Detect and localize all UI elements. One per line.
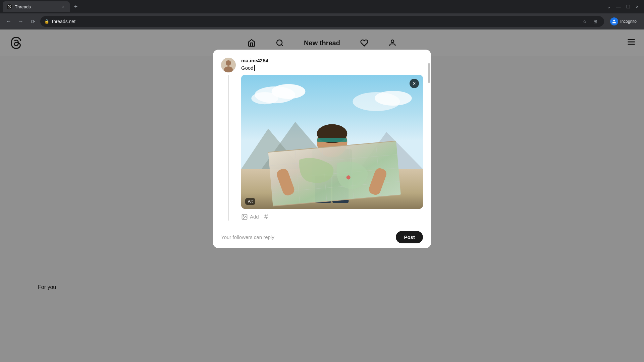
svg-point-16: [251, 92, 278, 104]
composer-actions: Add #: [241, 213, 423, 221]
modal-scroll-area[interactable]: ma.ine4254 Good: [213, 50, 431, 226]
svg-rect-24: [317, 138, 347, 142]
close-button[interactable]: ×: [636, 4, 639, 9]
tab-bar: Threads × + ⌄ — ❐ ×: [0, 0, 644, 13]
browser-chrome: Threads × + ⌄ — ❐ × ← → ⟳ 🔒 threads.net …: [0, 0, 644, 29]
forward-button[interactable]: →: [16, 17, 25, 26]
incognito-label: Incognito: [620, 19, 637, 24]
post-button[interactable]: Post: [396, 231, 423, 243]
tab-title: Threads: [15, 4, 58, 9]
extension-icon[interactable]: ⊞: [591, 17, 600, 26]
close-image-button[interactable]: ×: [410, 79, 419, 88]
incognito-badge: Incognito: [607, 16, 640, 27]
window-controls: ⌄ — ❐ ×: [607, 4, 641, 9]
address-bar-actions: ☆ ⊞: [580, 17, 600, 26]
star-icon[interactable]: ☆: [580, 17, 589, 26]
active-tab[interactable]: Threads ×: [3, 1, 70, 12]
tab-close-btn[interactable]: ×: [60, 4, 66, 9]
thread-composer: ma.ine4254 Good: [221, 58, 423, 221]
username-display: ma.ine4254: [241, 58, 423, 63]
modal-scrollbar[interactable]: [428, 63, 430, 83]
address-bar[interactable]: 🔒 threads.net ☆ ⊞: [40, 16, 604, 27]
svg-point-39: [243, 215, 244, 216]
reload-button[interactable]: ⟳: [28, 17, 38, 26]
attached-image: [241, 75, 423, 209]
new-thread-modal: ma.ine4254 Good: [213, 50, 431, 248]
chevron-down-icon[interactable]: ⌄: [607, 4, 611, 9]
text-cursor: [254, 65, 255, 71]
hashtag-icon: #: [264, 213, 268, 221]
add-label: Add: [250, 214, 259, 220]
add-media-button[interactable]: Add: [241, 214, 259, 220]
svg-point-7: [226, 60, 231, 66]
address-bar-row: ← → ⟳ 🔒 threads.net ☆ ⊞ Incognito: [0, 13, 644, 29]
svg-point-18: [375, 91, 412, 106]
restore-button[interactable]: ❐: [626, 4, 631, 9]
url-display: threads.net: [52, 19, 75, 24]
followers-reply-text[interactable]: Your followers can reply: [221, 234, 274, 240]
back-button[interactable]: ←: [4, 17, 13, 26]
image-container: × Alt: [241, 75, 423, 209]
user-avatar: [221, 58, 236, 72]
alt-badge[interactable]: Alt: [245, 198, 255, 205]
profile-avatar: [610, 17, 618, 25]
modal-overlay: ma.ine4254 Good: [0, 29, 644, 362]
composer-right: ma.ine4254 Good: [241, 58, 423, 221]
thread-text-value: Good: [241, 65, 254, 71]
new-tab-button[interactable]: +: [71, 2, 80, 11]
thread-text-area[interactable]: Good: [241, 65, 423, 71]
minimize-button[interactable]: —: [616, 4, 621, 9]
tab-favicon: [7, 4, 12, 9]
modal-footer: Your followers can reply Post: [213, 226, 431, 248]
lock-icon: 🔒: [44, 19, 49, 24]
hashtag-button[interactable]: #: [264, 213, 268, 221]
modal-body: ma.ine4254 Good: [213, 50, 431, 226]
